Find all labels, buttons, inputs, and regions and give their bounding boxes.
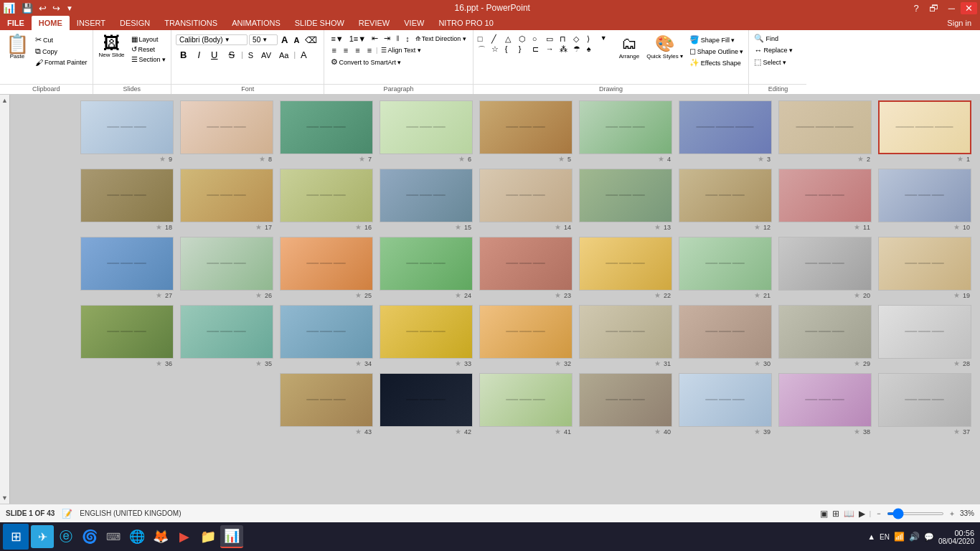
taskbar-ie[interactable]: ⓔ <box>55 525 77 548</box>
slide-item[interactable]: ════ ════ ════★14 <box>477 169 574 231</box>
slide-star-icon[interactable]: ★ <box>259 155 265 163</box>
shape-fill-button[interactable]: 🪣 Shape Fill ▾ <box>687 34 746 45</box>
find-button[interactable]: 🔍 Find <box>752 33 804 44</box>
slide-star-icon[interactable]: ★ <box>355 291 362 299</box>
taskbar-app3[interactable]: 🌀 <box>78 525 101 548</box>
change-case-btn[interactable]: Aa <box>276 50 291 60</box>
notes-icon[interactable]: 📝 <box>62 509 72 519</box>
clock-display[interactable]: 00:56 08/04/2020 <box>938 529 974 545</box>
slide-star-icon[interactable]: ★ <box>555 291 561 299</box>
cut-button[interactable]: ✂ Cut <box>33 34 90 45</box>
taskbar-keyboard[interactable]: ⌨ <box>102 525 125 548</box>
slide-item[interactable]: ════ ════ ════★35 <box>178 305 275 367</box>
slide-star-icon[interactable]: ★ <box>854 428 860 435</box>
layout-button[interactable]: ▦ Layout <box>129 34 169 44</box>
help-btn[interactable]: ? <box>910 2 923 14</box>
slide-item[interactable]: ════ ════ ════★5 <box>477 100 574 163</box>
col-btn[interactable]: ⫴ <box>394 33 402 44</box>
copy-button[interactable]: ⧉ Copy <box>33 46 90 57</box>
clear-format-btn[interactable]: ⌫ <box>303 34 319 47</box>
slide-item[interactable]: ════ ════ ════★36 <box>78 305 175 367</box>
slide-item[interactable]: ════ ════ ════★31 <box>577 305 674 367</box>
slide-item[interactable]: ════ ════ ════★41 <box>477 373 574 435</box>
restore-btn[interactable]: 🗗 <box>925 2 943 14</box>
slide-item[interactable]: ════ ════ ════★43 <box>278 373 374 435</box>
slide-item[interactable]: ════ ════ ════★38 <box>776 373 873 435</box>
shapes-palette[interactable]: □ ╱ △ ⬡ ○ ▭ ⊓ ◇ ⟩ ▼ ⌒ ☆ { } ⊏ → ⁂ ☂ ♠ <box>476 33 615 57</box>
slide-item[interactable]: ════ ════ ════★21 <box>677 237 773 299</box>
signin-btn[interactable]: Sign in <box>938 16 980 30</box>
taskbar-chrome[interactable]: 🌐 <box>126 525 149 548</box>
slide-item[interactable]: ══════ ══════ ══════★2 <box>776 100 873 163</box>
slide-star-icon[interactable]: ★ <box>654 291 661 299</box>
line-spacing-btn[interactable]: ↕ <box>403 34 412 44</box>
italic-button[interactable]: I <box>193 48 204 62</box>
slide-star-icon[interactable]: ★ <box>455 428 461 435</box>
format-painter-button[interactable]: 🖌 Format Painter <box>33 57 90 67</box>
slide-item[interactable]: ════ ════ ════★22 <box>577 237 674 299</box>
slide-item[interactable]: ════ ════ ════★19 <box>876 237 973 299</box>
slide-star-icon[interactable]: ★ <box>654 428 661 435</box>
slide-item[interactable]: ════ ════ ════★11 <box>776 169 873 231</box>
slide-star-icon[interactable]: ★ <box>455 223 461 231</box>
slide-star-icon[interactable]: ★ <box>854 223 860 231</box>
slide-star-icon[interactable]: ★ <box>455 359 461 367</box>
slide-star-icon[interactable]: ★ <box>455 291 461 299</box>
slide-item[interactable]: ════ ════ ════★8 <box>178 100 275 163</box>
slide-item[interactable]: ════ ════ ════★20 <box>776 237 873 299</box>
slide-star-icon[interactable]: ★ <box>953 223 960 231</box>
slide-item[interactable]: ════ ════ ════★23 <box>477 237 574 299</box>
scroll-up-btn[interactable]: ▲ ▼ <box>0 95 10 504</box>
taskbar-media[interactable]: ▶ <box>173 525 196 548</box>
slide-item[interactable]: ════ ════ ════★34 <box>278 305 374 367</box>
slide-star-icon[interactable]: ★ <box>654 223 661 231</box>
align-text-button[interactable]: ☰ Align Text ▾ <box>379 46 423 55</box>
slide-star-icon[interactable]: ★ <box>255 223 262 231</box>
tab-design[interactable]: DESIGN <box>113 16 157 30</box>
slide-star-icon[interactable]: ★ <box>754 223 760 231</box>
slide-star-icon[interactable]: ★ <box>953 291 960 299</box>
slide-star-icon[interactable]: ★ <box>754 359 760 367</box>
taskbar-telegram[interactable]: ✈ <box>31 525 54 548</box>
align-center-btn[interactable]: ≡ <box>341 45 351 55</box>
slide-item[interactable]: ════ ════ ════★32 <box>477 305 574 367</box>
slide-star-icon[interactable]: ★ <box>555 428 561 435</box>
slide-star-icon[interactable]: ★ <box>255 291 262 299</box>
slide-item[interactable]: ════ ════ ════★33 <box>377 305 474 367</box>
taskbar-firefox[interactable]: 🦊 <box>149 525 172 548</box>
slide-item[interactable]: ════ ════ ════★28 <box>876 305 973 367</box>
increase-indent-btn[interactable]: ⇥ <box>382 33 392 44</box>
zoom-slider[interactable] <box>887 512 944 515</box>
slide-star-icon[interactable]: ★ <box>854 359 860 367</box>
slide-star-icon[interactable]: ★ <box>754 428 760 435</box>
normal-view-btn[interactable]: ▣ <box>820 509 828 519</box>
qat-custom[interactable]: ▼ <box>64 4 75 13</box>
numbering-button[interactable]: 1≡▼ <box>347 34 368 44</box>
convert-smartart-button[interactable]: ⚙ Convert to SmartArt ▾ <box>329 57 468 67</box>
paste-button[interactable]: 📋 Paste <box>3 33 32 61</box>
slide-item[interactable]: ════ ════ ════★15 <box>377 169 474 231</box>
slide-item[interactable]: ════ ════ ════★6 <box>377 100 474 163</box>
slide-item[interactable]: ════ ════ ════★12 <box>677 169 773 231</box>
replace-button[interactable]: ↔ Replace ▾ <box>752 45 804 55</box>
character-spacing-btn[interactable]: AV <box>258 50 274 60</box>
slide-item[interactable]: ════ ════ ════★42 <box>377 373 474 435</box>
taskbar-explorer[interactable]: 📁 <box>197 525 220 548</box>
tab-animations[interactable]: ANIMATIONS <box>225 16 288 30</box>
reading-view-btn[interactable]: 📖 <box>844 509 854 519</box>
tab-nitro[interactable]: NITRO PRO 10 <box>431 16 500 30</box>
slide-item[interactable]: ════ ════ ════★9 <box>78 100 175 163</box>
text-shadow-btn[interactable]: S <box>245 50 256 60</box>
slide-star-icon[interactable]: ★ <box>654 359 661 367</box>
select-button[interactable]: ⬚ Select ▾ <box>752 57 804 67</box>
arrange-button[interactable]: 🗂 Arrange <box>616 33 642 61</box>
strikethrough-button[interactable]: S <box>224 48 239 62</box>
slide-star-icon[interactable]: ★ <box>558 155 565 163</box>
slide-star-icon[interactable]: ★ <box>159 155 166 163</box>
action-center[interactable]: 💬 <box>924 532 934 542</box>
font-color-btn[interactable]: A <box>298 49 310 61</box>
slide-item[interactable]: ════ ════ ════★17 <box>178 169 275 231</box>
decrease-font-btn[interactable]: A <box>291 34 301 46</box>
slide-star-icon[interactable]: ★ <box>957 155 963 163</box>
slide-item[interactable]: ════ ════ ════★30 <box>677 305 773 367</box>
